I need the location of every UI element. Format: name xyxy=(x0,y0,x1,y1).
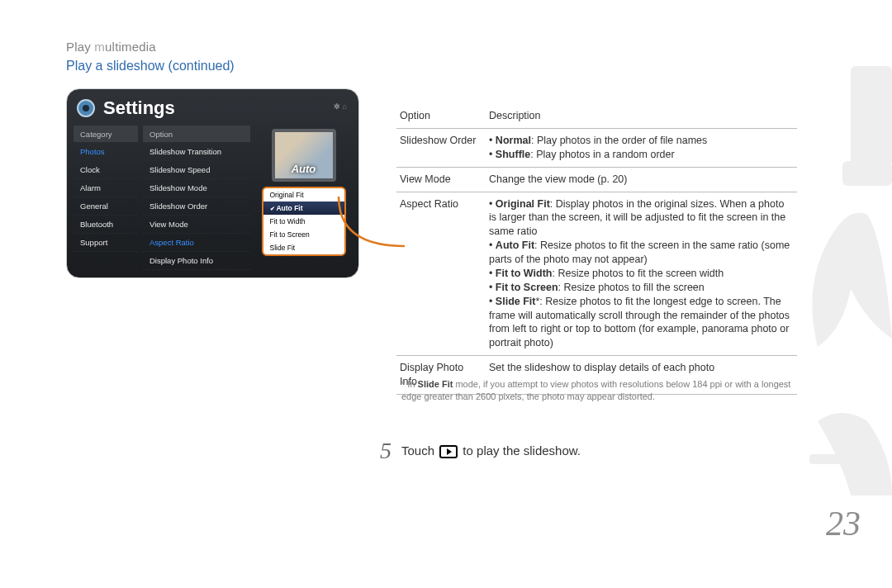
settings-category-header: Category xyxy=(74,126,138,143)
row-option: Slideshow Order xyxy=(396,129,486,167)
breadcrumb: Play multimedia xyxy=(66,40,892,54)
option-item-slideshow-transition[interactable]: Slideshow Transition xyxy=(143,143,250,161)
preview-image xyxy=(272,129,336,182)
category-item-bluetooth[interactable]: Bluetooth xyxy=(74,216,138,234)
aspect-item-fit-to-width[interactable]: Fit to Width xyxy=(263,215,344,228)
category-item-general[interactable]: General xyxy=(74,197,138,216)
step-text-before: Touch xyxy=(401,443,438,458)
step-number: 5 xyxy=(380,438,391,464)
option-item-display-photo-info[interactable]: Display Photo Info xyxy=(143,252,250,270)
svg-rect-2 xyxy=(851,66,892,165)
category-item-support[interactable]: Support xyxy=(74,234,138,252)
settings-panel: Settings ✲ ⌂ Category PhotosClockAlarmGe… xyxy=(66,88,359,278)
section-title: Play a slideshow (continued) xyxy=(66,59,892,74)
footnote-prefix: * In xyxy=(401,379,418,389)
row-option: View Mode xyxy=(396,168,486,192)
footnote-bold: Slide Fit xyxy=(418,379,453,389)
aspect-item-original-fit[interactable]: Original Fit xyxy=(263,188,344,202)
background-art xyxy=(785,66,892,512)
aspect-item-fit-to-screen[interactable]: Fit to Screen xyxy=(263,228,344,241)
step-text-after: to play the slideshow. xyxy=(459,443,581,458)
settings-option-header: Option xyxy=(143,126,250,143)
option-item-slideshow-order[interactable]: Slideshow Order xyxy=(143,197,250,216)
category-item-alarm[interactable]: Alarm xyxy=(74,179,138,197)
step-text: Touch to play the slideshow. xyxy=(401,443,581,458)
options-table: Option Description Slideshow OrderNormal… xyxy=(396,104,797,395)
aspect-item-slide-fit[interactable]: Slide Fit xyxy=(263,241,344,254)
table-row: Slideshow OrderNormal: Play photos in th… xyxy=(396,129,797,168)
breadcrumb-m: m xyxy=(94,40,105,54)
svg-rect-4 xyxy=(809,454,859,464)
option-item-slideshow-mode[interactable]: Slideshow Mode xyxy=(143,179,250,197)
breadcrumb-rest: ultimedia xyxy=(105,40,156,54)
status-icons: ✲ ⌂ xyxy=(334,102,347,111)
aspect-item-auto-fit[interactable]: Auto Fit xyxy=(263,202,344,215)
options-table-header-row: Option Description xyxy=(396,104,797,129)
step-5: 5 Touch to play the slideshow. xyxy=(380,438,581,464)
option-item-slideshow-speed[interactable]: Slideshow Speed xyxy=(143,161,250,179)
settings-category-column: Category PhotosClockAlarmGeneralBluetoot… xyxy=(74,126,138,270)
gear-icon xyxy=(75,97,97,119)
table-row: View ModeChange the view mode (p. 20) xyxy=(396,168,797,192)
row-option: Aspect Ratio xyxy=(396,192,486,356)
table-row: Aspect RatioOriginal Fit: Display photos… xyxy=(396,192,797,357)
option-item-view-mode[interactable]: View Mode xyxy=(143,216,250,234)
settings-preview: Original FitAuto FitFit to WidthFit to S… xyxy=(255,126,352,270)
play-icon[interactable] xyxy=(439,445,458,458)
svg-rect-3 xyxy=(842,161,892,186)
settings-titlebar: Settings ✲ ⌂ xyxy=(74,96,352,126)
category-item-photos[interactable]: Photos xyxy=(74,143,138,161)
row-description: Change the view mode (p. 20) xyxy=(486,168,797,192)
aspect-ratio-submenu[interactable]: Original FitAuto FitFit to WidthFit to S… xyxy=(262,187,346,256)
svg-point-1 xyxy=(83,105,89,111)
footnote-rest: mode, if you attempt to view photos with… xyxy=(401,379,790,401)
page-number: 23 xyxy=(826,504,861,543)
row-description: Original Fit: Display photos in the orig… xyxy=(486,192,797,356)
settings-title: Settings xyxy=(103,97,175,119)
breadcrumb-prefix: Play xyxy=(66,40,94,54)
options-table-header-description: Description xyxy=(486,104,797,128)
category-item-clock[interactable]: Clock xyxy=(74,161,138,179)
settings-option-column: Option Slideshow TransitionSlideshow Spe… xyxy=(143,126,250,270)
row-description: Normal: Play photos in the order of file… xyxy=(486,129,797,167)
options-table-header-option: Option xyxy=(396,104,486,128)
option-item-aspect-ratio[interactable]: Aspect Ratio xyxy=(143,234,250,252)
slide-fit-footnote: * In Slide Fit mode, if you attempt to v… xyxy=(401,378,798,404)
